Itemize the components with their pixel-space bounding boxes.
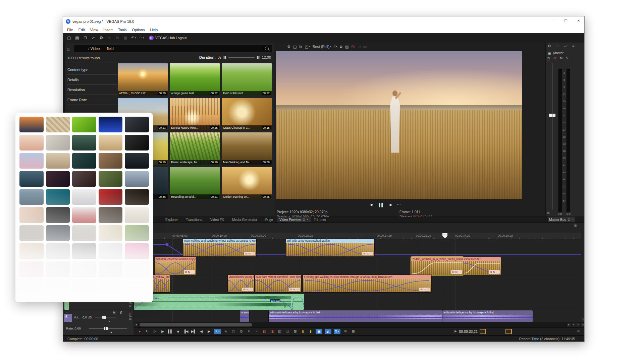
photo-tile[interactable] xyxy=(19,153,44,169)
timeline-horizontal-scrollbar[interactable]: ◂ ▸ + − ⊙ xyxy=(133,322,585,328)
photo-tile[interactable] xyxy=(19,280,44,295)
timeline-clip[interactable]: girl-with-arms-outstretched-walkin⊡fx⋯ xyxy=(286,239,374,256)
automation-gear-icon[interactable]: ⚙ xyxy=(553,56,556,60)
clip-buttons[interactable]: fx ⋯ xyxy=(284,305,290,308)
timeline-clip[interactable]: beautiful-carefree-woman-enjoying-natur⊡… xyxy=(155,257,196,275)
media-tab-media-generator[interactable]: Media Generator xyxy=(228,218,261,222)
split-button[interactable]: ◫ xyxy=(277,329,282,334)
photo-tile[interactable] xyxy=(99,225,123,241)
media-thumb[interactable]: Field of flax in F...00:12 xyxy=(222,63,272,96)
new-project-icon[interactable]: ▢ xyxy=(66,35,72,41)
clear-selection-button[interactable]: × xyxy=(246,329,252,334)
tab-scroll-arrows[interactable]: ◂▸ xyxy=(267,218,272,221)
zoom-edit-tool-button[interactable]: ⊙ xyxy=(238,329,244,334)
frame-button-1[interactable] xyxy=(480,329,486,334)
photo-tile[interactable] xyxy=(72,225,96,241)
photo-tile[interactable] xyxy=(99,207,123,223)
clip-buttons[interactable]: ⊡fx⋯ xyxy=(451,270,462,274)
marker-tool-button[interactable]: ◨ xyxy=(574,224,577,227)
timeline-clip[interactable]: 78408_woman_in_a_white_dress_walking_in_… xyxy=(411,257,463,275)
cursor-time-display[interactable]: 00:00:33;21 xyxy=(459,329,478,334)
grid-button[interactable]: ⊞ xyxy=(351,329,356,334)
split-screen-icon[interactable]: ◳▾ xyxy=(305,45,310,49)
photo-tile[interactable] xyxy=(99,189,123,205)
media-thumb[interactable]: Golden evening on...00:25 xyxy=(222,167,272,199)
auto-ripple-button[interactable]: ▣ xyxy=(316,329,322,334)
photo-tile[interactable] xyxy=(46,243,70,259)
normal-edit-tool-button[interactable]: ↖▾ xyxy=(214,329,221,334)
menu-help[interactable]: Help xyxy=(147,27,160,33)
timeline-audio-clip[interactable] xyxy=(292,294,304,310)
snapping-button[interactable]: ≋ xyxy=(343,329,348,334)
zoom-out-button[interactable]: − xyxy=(576,323,580,327)
video-output-fx-icon[interactable]: fx xyxy=(299,45,302,49)
photo-tile[interactable] xyxy=(19,243,44,259)
photo-tile[interactable] xyxy=(19,189,44,205)
menu-file[interactable]: File xyxy=(64,27,76,33)
insert-region-button[interactable]: ▮ xyxy=(308,329,313,334)
photo-tile[interactable] xyxy=(125,280,149,295)
photo-tile[interactable] xyxy=(46,225,70,241)
photo-tile[interactable] xyxy=(72,280,96,295)
media-thumb[interactable]: Grass Closeup in C...00:15 xyxy=(222,98,272,130)
timeline-audio-clip[interactable]: artificial-intelligence by lux-inspira A… xyxy=(442,310,533,322)
track-height-minus-button[interactable]: − xyxy=(582,317,585,321)
expand-track-button[interactable]: + xyxy=(254,329,259,334)
scrollbar-thumb[interactable] xyxy=(140,323,252,326)
playhead-line[interactable] xyxy=(445,228,445,322)
volume-envelope-line[interactable] xyxy=(240,317,249,318)
photo-tile[interactable] xyxy=(72,171,96,187)
lock-icon[interactable]: ⊠ xyxy=(547,212,550,215)
record-button[interactable]: ● xyxy=(137,329,142,334)
trim-end-button[interactable]: ◨ xyxy=(269,329,275,334)
photo-tile[interactable] xyxy=(125,207,149,223)
rate-slider-track[interactable] xyxy=(89,328,127,329)
photo-tile[interactable] xyxy=(99,171,123,187)
render-as-icon[interactable]: ↗ xyxy=(90,35,97,41)
cut-icon[interactable]: × xyxy=(106,35,113,41)
copy-frame-icon[interactable]: ⧉ xyxy=(340,45,342,49)
clip-buttons[interactable]: ⊡fx⋯ xyxy=(289,288,300,291)
photo-tile[interactable] xyxy=(19,207,44,223)
rate-caret-icon[interactable]: ▲ xyxy=(110,331,112,333)
media-tab-video-fx[interactable]: Video FX xyxy=(206,218,228,222)
media-tab-transitions[interactable]: Transitions xyxy=(182,218,206,222)
auto-crossfade-button[interactable]: ◭ xyxy=(325,329,331,334)
loop-region-icon[interactable]: ◁ xyxy=(358,45,360,49)
menu-options[interactable]: Options xyxy=(129,27,148,33)
close-icon[interactable]: × xyxy=(307,218,308,221)
zoom-tool-button[interactable]: ⊙ xyxy=(581,323,585,327)
clip-buttons[interactable]: ⊡fx⋯ xyxy=(489,270,500,274)
loop-playback-button[interactable]: ↻ xyxy=(145,329,150,334)
volume-slider-handle[interactable] xyxy=(102,316,106,319)
timeline-clip[interactable]: man-walking-and-touching-wheat-spikes-at… xyxy=(183,239,256,256)
float-icon[interactable]: ⊡ xyxy=(568,218,571,221)
timeline-clip[interactable]: a-young-girl-walking-in-slow-motion-thro… xyxy=(303,275,431,292)
post-edit-ripple-button[interactable]: ◪ xyxy=(285,329,290,334)
photo-tile[interactable] xyxy=(99,261,123,277)
open-project-icon[interactable]: ▤ xyxy=(74,35,80,41)
photo-tile[interactable] xyxy=(125,243,149,259)
master-select-icon[interactable]: ▣ xyxy=(548,51,551,55)
close-button[interactable]: × xyxy=(576,18,581,23)
photo-tile[interactable] xyxy=(72,189,96,205)
overlays-grid-icon[interactable]: #▾ xyxy=(333,45,337,49)
photo-tile[interactable] xyxy=(125,189,149,205)
corner-grid-button[interactable]: ⊞ xyxy=(577,329,580,333)
track5-solo-button[interactable]: S xyxy=(120,311,122,315)
media-tab-explorer[interactable]: Explorer xyxy=(161,218,182,222)
photo-tile[interactable] xyxy=(46,171,70,187)
menu-view[interactable]: View xyxy=(88,27,101,33)
clip-buttons[interactable]: ⊡fx⋯ xyxy=(244,252,255,255)
photo-tile[interactable] xyxy=(125,153,149,169)
scroll-right-button[interactable]: ▸ xyxy=(567,323,571,327)
preview-more-button[interactable]: ⋯ xyxy=(397,202,401,207)
timeline-audio-clip[interactable]: 110,132fx ⋯ xyxy=(134,294,292,310)
timeline-clip[interactable]: videoblocks-young-hipster-⊡fx⋯ xyxy=(228,275,254,292)
minimize-button[interactable]: – xyxy=(551,18,555,23)
photo-tile[interactable] xyxy=(125,117,149,132)
photo-tile[interactable] xyxy=(72,153,96,169)
photo-tile[interactable] xyxy=(46,261,70,277)
timeline-tracks-area[interactable]: ◨ 00:00:05:0000:00:10:0000:00:15:0000:00… xyxy=(133,223,581,322)
timeline-clip[interactable]: Final Render⊡fx⋯ xyxy=(463,257,501,275)
